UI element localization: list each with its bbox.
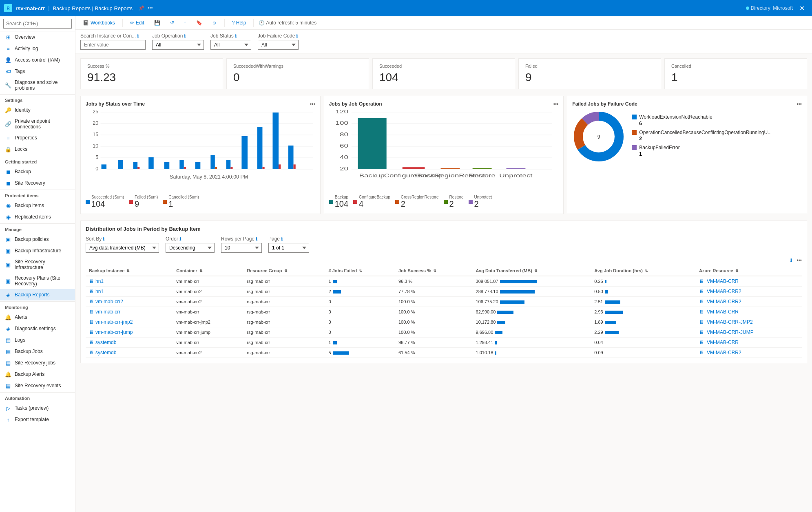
help-button[interactable]: ? Help [230, 19, 249, 27]
sidebar-item-site-recovery-jobs[interactable]: ▤ Site Recovery jobs [0, 357, 75, 369]
sidebar-item-label: Backup Reports [15, 292, 49, 298]
instance-link[interactable]: 🖥systemdb [89, 340, 116, 345]
sidebar-item-locks[interactable]: 🔒 Locks [0, 143, 75, 155]
sidebar-item-recovery-plans[interactable]: ▣ Recovery Plans (Site Recovery) [0, 273, 75, 289]
instance-link[interactable]: 🖥vm-mab-crr-jmp2 [89, 319, 133, 325]
job-status-select[interactable]: All Succeeded Failed Cancelled [210, 40, 251, 50]
sidebar-item-diagnostic-settings[interactable]: ◈ Diagnostic settings [0, 323, 75, 334]
table-more-icon[interactable]: ••• [797, 258, 802, 263]
cell-azure-resource[interactable]: 🖥 VM-MAB-CRR2 [696, 297, 802, 307]
sort-by-select[interactable]: Avg data transferred (MB) Job Success % … [86, 243, 159, 253]
workbooks-button[interactable]: 📓 Workbooks [80, 19, 117, 27]
unprotect-dot [469, 200, 473, 204]
edit-button[interactable]: ✏ Edit [128, 19, 147, 27]
share-button[interactable]: ↑ [181, 19, 189, 27]
azure-resource-link[interactable]: VM-MAB-CRR-JMP2 [707, 319, 753, 325]
instance-link[interactable]: 🖥hn1 [89, 289, 104, 294]
search-instance-input[interactable] [80, 40, 146, 50]
sidebar-item-site-recovery[interactable]: ◼ Site Recovery [0, 177, 75, 189]
cell-azure-resource[interactable]: 🖥 VM-MAB-CRR [696, 307, 802, 317]
bookmark-button[interactable]: 🔖 [194, 19, 205, 27]
sort-by-info-icon[interactable]: ℹ [103, 236, 105, 242]
sidebar-item-replicated-items[interactable]: ◉ Replicated items [0, 211, 75, 223]
cell-azure-resource[interactable]: 🖥 VM-MAB-CRR-JUMP [696, 327, 802, 338]
rows-per-page-select[interactable]: 10 25 50 [221, 243, 262, 253]
job-op-info-icon[interactable]: ℹ [184, 33, 186, 39]
azure-resource-link[interactable]: VM-MAB-CRR [707, 309, 739, 315]
sidebar-item-activity-log[interactable]: ≡ Activity log [0, 43, 75, 54]
job-status-info-icon[interactable]: ℹ [235, 33, 237, 39]
protected-items-section: Protected items [0, 190, 75, 200]
job-op-select[interactable]: All Backup Restore ConfigureBackup [152, 40, 204, 50]
sidebar-item-backup-policies[interactable]: ▣ Backup policies [0, 234, 75, 245]
azure-resource-link[interactable]: VM-MAB-CRR2 [707, 289, 741, 294]
instance-link[interactable]: 🖥vm-mab-crr [89, 309, 120, 315]
save-button[interactable]: 💾 [152, 19, 163, 27]
chart-more-icon[interactable]: ••• [797, 101, 802, 107]
azure-resource-link[interactable]: VM-MAB-CRR2 [707, 350, 741, 355]
download-icon[interactable]: ⬇ [789, 258, 793, 263]
azure-resource-link[interactable]: VM-MAB-CRR [707, 278, 739, 284]
rows-per-page-info-icon[interactable]: ℹ [256, 236, 258, 242]
cell-azure-resource[interactable]: 🖥 VM-MAB-CRR [696, 338, 802, 348]
sidebar-item-backup-items[interactable]: ◉ Backup items [0, 200, 75, 211]
close-button[interactable]: ✕ [796, 3, 808, 14]
cell-instance[interactable]: 🖥hn1 [86, 276, 173, 287]
job-failure-info-icon[interactable]: ℹ [296, 33, 298, 39]
instance-link[interactable]: 🖥hn1 [89, 278, 104, 284]
job-failure-select[interactable]: All [258, 40, 299, 50]
stat-label: Cancelled [671, 64, 800, 68]
chart-more-icon[interactable]: ••• [310, 101, 315, 107]
pin-icon[interactable]: 📌 [138, 5, 144, 11]
refresh-button[interactable]: ↺ [168, 19, 177, 27]
sidebar-item-backup-jobs[interactable]: ▤ Backup Jobs [0, 346, 75, 357]
sidebar-item-overview[interactable]: ⊞ Overview [0, 31, 75, 43]
azure-resource-link[interactable]: VM-MAB-CRR2 [707, 299, 741, 305]
cell-azure-resource[interactable]: 🖥 VM-MAB-CRR2 [696, 348, 802, 358]
cell-instance[interactable]: 🖥systemdb [86, 348, 173, 358]
cell-azure-resource[interactable]: 🖥 VM-MAB-CRR2 [696, 287, 802, 297]
sidebar-item-backup[interactable]: ◼ Backup [0, 166, 75, 177]
azure-resource-link[interactable]: VM-MAB-CRR [707, 340, 739, 345]
sidebar-item-backup-alerts[interactable]: 🔔 Backup Alerts [0, 369, 75, 380]
instance-link[interactable]: 🖥vm-mab-crr-jump [89, 329, 133, 335]
cell-instance[interactable]: 🖥vm-mab-crr-jump [86, 327, 173, 338]
search-info-icon[interactable]: ℹ [137, 33, 139, 39]
sidebar-item-site-recovery-infra[interactable]: ▣ Site Recovery infrastructure [0, 256, 75, 273]
sidebar-item-backup-infrastructure[interactable]: ▣ Backup Infrastructure [0, 245, 75, 256]
search-input[interactable] [3, 19, 72, 29]
instance-link[interactable]: 🖥systemdb [89, 350, 116, 355]
order-info-icon[interactable]: ℹ [179, 236, 181, 242]
cell-instance[interactable]: 🖥vm-mab-crr [86, 307, 173, 317]
cell-azure-resource[interactable]: 🖥 VM-MAB-CRR [696, 276, 802, 287]
cell-azure-resource[interactable]: 🖥 VM-MAB-CRR-JMP2 [696, 317, 802, 327]
cell-instance[interactable]: 🖥vm-mab-crr-jmp2 [86, 317, 173, 327]
chart-more-icon[interactable]: ••• [553, 101, 559, 107]
cell-avg-data: 10,172.80 [473, 317, 591, 327]
cell-instance[interactable]: 🖥vm-mab-crr2 [86, 297, 173, 307]
sidebar-item-private-endpoints[interactable]: 🔗 Private endpoint connections [0, 116, 75, 132]
cell-instance[interactable]: 🖥systemdb [86, 338, 173, 348]
sidebar-item-export-template[interactable]: ↑ Export template [0, 414, 75, 425]
sidebar-item-iam[interactable]: 👤 Access control (IAM) [0, 54, 75, 66]
legend-unprotect: Unprotect 2 [469, 195, 492, 209]
sidebar-item-properties[interactable]: ≡ Properties [0, 132, 75, 143]
more-options-icon[interactable]: ••• [148, 5, 153, 11]
cell-failed: 0 [325, 317, 395, 327]
sidebar-item-alerts[interactable]: 🔔 Alerts [0, 311, 75, 323]
sidebar-item-diagnose[interactable]: 🔧 Diagnose and solve problems [0, 77, 75, 93]
cell-instance[interactable]: 🖥hn1 [86, 287, 173, 297]
instance-link[interactable]: 🖥vm-mab-crr2 [89, 299, 123, 305]
sidebar-item-identity[interactable]: 🔑 Identity [0, 104, 75, 116]
sidebar-item-tasks[interactable]: ▷ Tasks (preview) [0, 402, 75, 414]
sidebar-item-backup-reports[interactable]: ◈ Backup Reports [0, 289, 75, 300]
sidebar-item-tags[interactable]: 🏷 Tags [0, 66, 75, 77]
azure-resource-link[interactable]: VM-MAB-CRR-JUMP [707, 329, 754, 335]
cell-rg: rsg-mab-crr [243, 276, 325, 287]
page-select[interactable]: 1 of 1 [268, 243, 309, 253]
feedback-button[interactable]: ☺ [210, 19, 219, 27]
sidebar-item-site-recovery-events[interactable]: ▤ Site Recovery events [0, 380, 75, 391]
page-info-icon[interactable]: ℹ [281, 236, 283, 242]
order-select[interactable]: Descending Ascending [166, 243, 215, 253]
sidebar-item-logs[interactable]: ▤ Logs [0, 334, 75, 346]
